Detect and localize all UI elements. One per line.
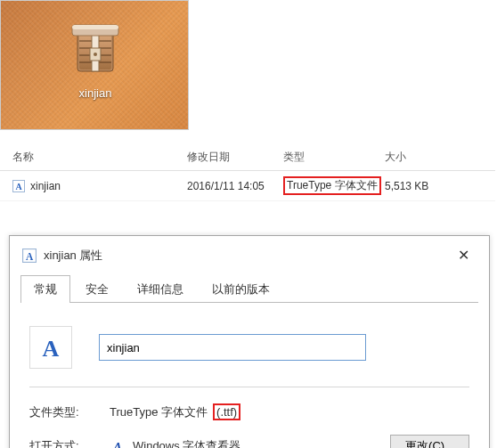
dialog-tabs: 常规 安全 详细信息 以前的版本 xyxy=(20,274,478,303)
col-header-type[interactable]: 类型 xyxy=(283,150,385,165)
file-list-header: 名称 修改日期 类型 大小 xyxy=(0,144,495,171)
filename-input[interactable] xyxy=(99,334,366,361)
desktop-archive-icon[interactable]: xinjian xyxy=(60,23,131,100)
file-size: 5,513 KB xyxy=(385,180,465,192)
file-type-highlight: TrueType 字体文件 xyxy=(283,176,381,195)
rar-archive-icon xyxy=(67,23,124,80)
tab-security[interactable]: 安全 xyxy=(72,275,122,303)
filetype-label: 文件类型: xyxy=(29,404,110,420)
col-header-name[interactable]: 名称 xyxy=(0,150,187,165)
dialog-titlebar: A xinjian 属性 ✕ xyxy=(10,236,489,274)
desktop-area: xinjian xyxy=(0,0,189,130)
svg-text:A: A xyxy=(26,250,34,261)
openwith-label: 打开方式: xyxy=(29,438,110,448)
file-date: 2016/1/11 14:05 xyxy=(187,180,283,192)
tab-previous-versions[interactable]: 以前的版本 xyxy=(199,275,283,303)
tab-general[interactable]: 常规 xyxy=(20,275,70,303)
desktop-icon-label: xinjian xyxy=(60,86,131,100)
col-header-size[interactable]: 大小 xyxy=(385,150,465,165)
font-file-icon: A xyxy=(22,248,37,263)
svg-text:A: A xyxy=(15,182,22,191)
filetype-value: TrueType 字体文件 (.ttf) xyxy=(110,403,240,420)
dialog-title: xinjian 属性 xyxy=(44,248,102,264)
file-type: TrueType 字体文件 xyxy=(287,179,378,191)
col-header-date[interactable]: 修改日期 xyxy=(187,150,283,165)
filetype-ext-highlight: (.ttf) xyxy=(213,403,240,420)
font-viewer-icon: A a xyxy=(110,437,127,448)
openwith-value: Windows 字体查看器 xyxy=(133,438,240,448)
svg-point-8 xyxy=(94,53,97,56)
change-button[interactable]: 更改(C)... xyxy=(390,435,469,448)
properties-dialog: A xinjian 属性 ✕ 常规 安全 详细信息 以前的版本 A xyxy=(9,235,490,448)
svg-text:A: A xyxy=(43,336,60,362)
tab-details[interactable]: 详细信息 xyxy=(124,275,197,303)
file-name: xinjian xyxy=(30,180,61,192)
file-list: 名称 修改日期 类型 大小 A xinjian 2016/1/11 14:05 … xyxy=(0,144,495,201)
divider xyxy=(29,387,469,387)
file-type-icon: A xyxy=(29,326,72,369)
close-button[interactable]: ✕ xyxy=(451,245,477,265)
svg-rect-10 xyxy=(72,25,118,29)
font-file-icon: A xyxy=(12,180,25,192)
file-row[interactable]: A xinjian 2016/1/11 14:05 TrueType 字体文件 … xyxy=(0,171,495,201)
